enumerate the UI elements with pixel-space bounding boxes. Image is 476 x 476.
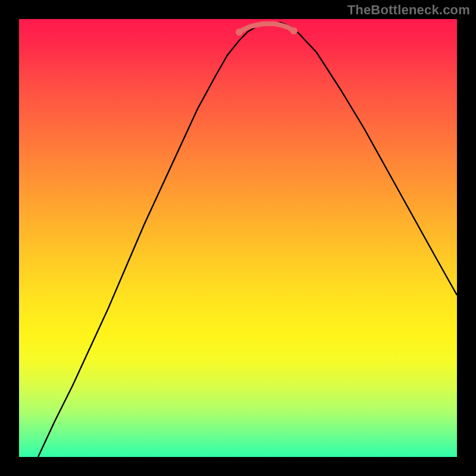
plot-area [19, 19, 457, 457]
valley-marker-dot [236, 29, 243, 36]
bottleneck-curve-path [38, 23, 457, 457]
chart-svg [19, 19, 457, 457]
valley-marker-path [239, 24, 294, 32]
chart-frame: TheBottleneck.com [0, 0, 476, 476]
valley-marker-dot [290, 27, 298, 35]
watermark-text: TheBottleneck.com [347, 2, 470, 18]
